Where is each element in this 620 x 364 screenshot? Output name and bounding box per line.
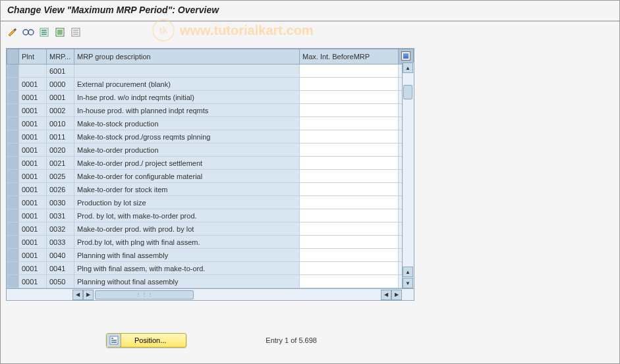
cell-mrp[interactable]: 0000: [47, 78, 74, 91]
row-selector[interactable]: [7, 130, 19, 143]
select-block-icon[interactable]: [53, 26, 67, 39]
vertical-scrollbar[interactable]: ▲ ▲ ▼: [402, 63, 414, 288]
row-selector-header[interactable]: [7, 49, 19, 65]
cell-mrp[interactable]: 6001: [47, 65, 74, 78]
cell-desc[interactable]: Planning with final assembly: [74, 249, 300, 262]
cell-mrp[interactable]: 0032: [47, 222, 74, 236]
cell-desc[interactable]: Make-to-stock prod./gross reqmts plnning: [74, 130, 300, 143]
cell-plnt[interactable]: 0001: [19, 249, 47, 262]
col-plnt[interactable]: Plnt: [19, 49, 47, 65]
cell-max[interactable]: [300, 275, 399, 288]
scroll-right-step-icon[interactable]: ▶: [83, 290, 94, 300]
row-selector[interactable]: [7, 104, 19, 117]
toggle-edit-icon[interactable]: [6, 26, 19, 39]
cell-max[interactable]: [300, 130, 399, 143]
row-selector[interactable]: [7, 117, 19, 130]
table-row[interactable]: 00010033Prod.by lot, with plng with fina…: [7, 236, 414, 249]
cell-max[interactable]: [300, 157, 399, 170]
cell-plnt[interactable]: 0001: [19, 78, 47, 91]
col-desc[interactable]: MRP group description: [74, 49, 300, 65]
cell-plnt[interactable]: 0001: [19, 236, 47, 249]
cell-desc[interactable]: Planning without final assembly: [74, 275, 300, 288]
table-row[interactable]: 00010001In-hse prod. w/o indpt reqmts (i…: [7, 91, 414, 104]
table-row[interactable]: 00010032Make-to-order prod. with prod. b…: [7, 222, 414, 236]
cell-mrp[interactable]: 0021: [47, 157, 74, 170]
other-view-icon[interactable]: [22, 26, 35, 39]
cell-mrp[interactable]: 0025: [47, 170, 74, 183]
table-row[interactable]: 00010030Production by lot size: [7, 196, 414, 209]
table-row[interactable]: 00010040Planning with final assembly: [7, 249, 414, 262]
row-selector[interactable]: [7, 157, 19, 170]
scroll-left-end-icon[interactable]: ◀: [381, 290, 391, 300]
select-all-icon[interactable]: [38, 26, 51, 39]
cell-plnt[interactable]: 0001: [19, 183, 47, 196]
cell-desc[interactable]: External procurement (blank): [74, 78, 300, 91]
cell-mrp[interactable]: 0002: [47, 104, 74, 117]
cell-max[interactable]: [300, 183, 399, 196]
col-max[interactable]: Max. Int. BeforeMRP: [300, 49, 399, 65]
cell-mrp[interactable]: 0001: [47, 91, 74, 104]
table-row[interactable]: 00010031Prod. by lot, with make-to-order…: [7, 209, 414, 222]
row-selector[interactable]: [7, 170, 19, 183]
cell-desc[interactable]: Prod.by lot, with plng with final assem.: [74, 236, 300, 249]
cell-mrp[interactable]: 0041: [47, 262, 74, 275]
horizontal-scrollbar[interactable]: ◀ ▶ ⋮⋮⋮ ◀ ▶: [7, 288, 414, 300]
cell-desc[interactable]: Plng with final assem, with make-to-ord.: [74, 262, 300, 275]
table-row[interactable]: 00010041Plng with final assem, with make…: [7, 262, 414, 275]
cell-mrp[interactable]: 0010: [47, 117, 74, 130]
cell-plnt[interactable]: 0001: [19, 91, 47, 104]
cell-max[interactable]: [300, 117, 399, 130]
cell-max[interactable]: [300, 104, 399, 117]
cell-mrp[interactable]: 0020: [47, 143, 74, 157]
cell-plnt[interactable]: 0001: [19, 209, 47, 222]
col-mrp[interactable]: MRP...: [47, 49, 74, 65]
cell-max[interactable]: [300, 78, 399, 91]
cell-mrp[interactable]: 0011: [47, 130, 74, 143]
row-selector[interactable]: [7, 196, 19, 209]
cell-max[interactable]: [300, 262, 399, 275]
row-selector[interactable]: [7, 183, 19, 196]
hscroll-thumb[interactable]: ⋮⋮⋮: [95, 290, 194, 299]
row-selector[interactable]: [7, 91, 19, 104]
cell-mrp[interactable]: 0033: [47, 236, 74, 249]
cell-max[interactable]: [300, 209, 399, 222]
cell-plnt[interactable]: [19, 65, 47, 78]
cell-plnt[interactable]: 0001: [19, 157, 47, 170]
cell-max[interactable]: [300, 196, 399, 209]
table-row[interactable]: 00010011Make-to-stock prod./gross reqmts…: [7, 130, 414, 143]
cell-plnt[interactable]: 0001: [19, 196, 47, 209]
table-row[interactable]: 6001: [7, 65, 414, 78]
cell-desc[interactable]: In-house prod. with planned indpt reqmts: [74, 104, 300, 117]
row-selector[interactable]: [7, 249, 19, 262]
cell-mrp[interactable]: 0050: [47, 275, 74, 288]
cell-mrp[interactable]: 0040: [47, 249, 74, 262]
table-row[interactable]: 00010000External procurement (blank): [7, 78, 414, 91]
row-selector[interactable]: [7, 209, 19, 222]
cell-desc[interactable]: Make-to-order for configurable material: [74, 170, 300, 183]
position-button[interactable]: Position...: [106, 333, 186, 348]
cell-desc[interactable]: Make-to-order production: [74, 143, 300, 157]
table-row[interactable]: 00010010Make-to-stock production: [7, 117, 414, 130]
row-selector[interactable]: [7, 78, 19, 91]
row-selector[interactable]: [7, 236, 19, 249]
cell-mrp[interactable]: 0030: [47, 196, 74, 209]
cell-desc[interactable]: In-hse prod. w/o indpt reqmts (initial): [74, 91, 300, 104]
row-selector[interactable]: [7, 143, 19, 157]
cell-desc[interactable]: [74, 65, 300, 78]
scroll-thumb[interactable]: [403, 85, 412, 99]
cell-plnt[interactable]: 0001: [19, 117, 47, 130]
scroll-down-icon[interactable]: ▼: [403, 278, 413, 288]
cell-max[interactable]: [300, 249, 399, 262]
table-row[interactable]: 00010050Planning without final assembly: [7, 275, 414, 288]
cell-desc[interactable]: Make-to-order for stock item: [74, 183, 300, 196]
cell-desc[interactable]: Production by lot size: [74, 196, 300, 209]
cell-plnt[interactable]: 0001: [19, 143, 47, 157]
cell-desc[interactable]: Make-to-stock production: [74, 117, 300, 130]
cell-max[interactable]: [300, 91, 399, 104]
table-row[interactable]: 00010026Make-to-order for stock item: [7, 183, 414, 196]
cell-desc[interactable]: Prod. by lot, with make-to-order prod.: [74, 209, 300, 222]
deselect-all-icon[interactable]: [69, 26, 82, 39]
cell-plnt[interactable]: 0001: [19, 130, 47, 143]
table-row[interactable]: 00010002In-house prod. with planned indp…: [7, 104, 414, 117]
table-row[interactable]: 00010025Make-to-order for configurable m…: [7, 170, 414, 183]
